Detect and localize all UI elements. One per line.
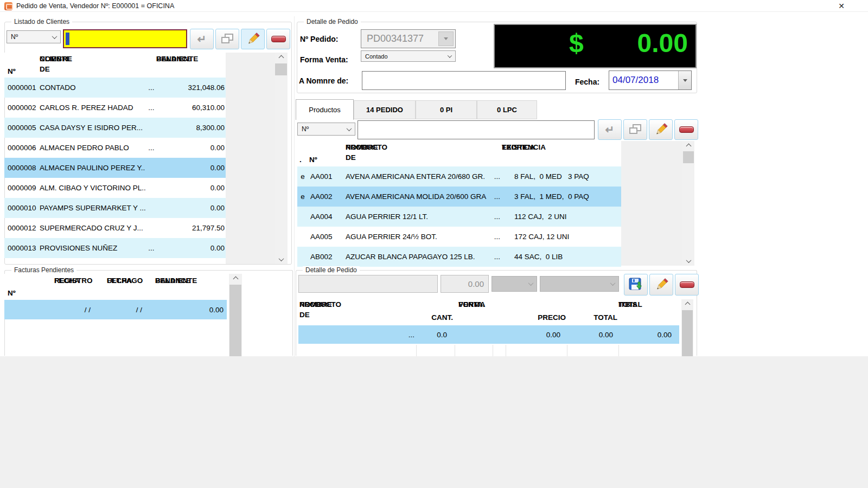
client-balance: 0.00 (157, 144, 226, 152)
productos-search-input[interactable] (358, 120, 595, 139)
product-no: AB002 (308, 253, 344, 261)
clientes-delete-button[interactable] (266, 29, 290, 49)
tab-lpc[interactable]: 0 LPC (477, 100, 537, 119)
client-row[interactable]: 0000008 ALMACEN PAULINO PEREZ Y... 0.00 (4, 158, 226, 178)
detalle-edit-button[interactable] (649, 274, 673, 296)
client-row[interactable]: 0000012 SUPERMERCADO CRUZ Y J... 21,797.… (4, 218, 226, 238)
clientes-print-button[interactable] (215, 29, 239, 49)
detalle-scrollbar[interactable] (681, 299, 693, 356)
product-dots: ... (491, 192, 503, 201)
detalle-save-button[interactable] (624, 274, 648, 296)
productos-enter-button[interactable]: ↵ (598, 119, 622, 140)
clientes-enter-button[interactable]: ↵ (190, 29, 214, 49)
detalle-row[interactable]: ... 0.0 0.00 0.00 0.00 (298, 325, 679, 344)
factura-row[interactable]: / / / / 0.00 (4, 300, 227, 319)
client-name: PAYAMPS SUPERMARKET Y ... (38, 204, 145, 212)
tab-productos[interactable]: Productos (296, 99, 354, 120)
productos-grid-filler (621, 141, 682, 266)
detalle-precio-select[interactable] (540, 276, 619, 292)
client-name: ALMACEN PEDRO PABLO (38, 144, 145, 152)
detalle-forma-select[interactable] (492, 276, 537, 292)
product-row[interactable]: AA004 AGUA PERRIER 12/1 LT. ... 112 CAJ,… (297, 207, 621, 227)
scroll-up-icon (278, 55, 284, 60)
fecha-picker[interactable]: 04/07/2018 (609, 70, 692, 90)
client-row[interactable]: 0000002 CARLOS R. PEREZ HADAD ... 60,310… (4, 98, 226, 118)
close-icon[interactable]: ✕ (837, 1, 846, 11)
detalle-empty-row (298, 345, 679, 356)
detalle-producto-field[interactable] (298, 275, 438, 293)
client-row[interactable]: 0000013 PROVISIONES NUÑEZ ... 0.00 (4, 238, 226, 258)
clientes-grid-filler (226, 53, 275, 264)
client-name: ALMACEN PAULINO PEREZ Y... (38, 164, 145, 172)
text-caret (66, 33, 69, 45)
no-pedido-label: Nº Pedido: (300, 35, 338, 43)
forma-venta-select[interactable]: Contado (361, 50, 456, 62)
scroll-up-icon (233, 276, 238, 281)
detalle-cantidad-field[interactable]: 0.00 (441, 275, 489, 293)
product-row[interactable]: AA005 AGUA PERRIER 24/½ BOT. ... 172 CAJ… (297, 227, 621, 247)
client-name: CASA DAYSY E ISIDRO PER... (38, 124, 145, 132)
clientes-search-input[interactable] (63, 29, 187, 48)
product-row[interactable]: e AA002 AVENA AMERICANA MOLIDA 20/600 GR… (297, 187, 621, 207)
clientes-filter-select[interactable]: Nº (7, 30, 61, 43)
productos-edit-button[interactable] (649, 119, 673, 140)
client-dots: ... (145, 144, 157, 152)
col-cant: CANT. (410, 312, 453, 323)
tab-pedido[interactable]: 14 PEDIDO (354, 100, 416, 119)
client-no: 0000009 (4, 184, 38, 192)
edit-icon (654, 277, 669, 292)
no-pedido-select[interactable]: PD00341377 (361, 29, 456, 48)
save-icon (629, 278, 643, 292)
client-row[interactable]: 0000005 CASA DAYSY E ISIDRO PER... 8,300… (4, 118, 226, 138)
client-name: SUPERMERCADO CRUZ Y J... (38, 224, 145, 232)
product-no: AA005 (308, 233, 344, 241)
client-name: CARLOS R. PEREZ HADAD (38, 104, 145, 112)
client-balance: 0.00 (157, 204, 226, 212)
product-row[interactable]: e AA001 AVENA AMERICANA ENTERA 20/680 GR… (297, 166, 621, 187)
a-nombre-input[interactable] (362, 71, 566, 90)
scrollbar-thumb[interactable] (683, 151, 694, 163)
client-row[interactable]: 0000006 ALMACEN PEDRO PABLO ... 0.00 (4, 138, 226, 158)
title-bar: Pedido de Venta, Vendedor Nº: E000001 = … (0, 0, 868, 12)
client-row[interactable]: 0000010 PAYAMPS SUPERMARKET Y ... 0.00 (4, 198, 226, 218)
clientes-scrollbar[interactable] (275, 53, 288, 264)
panel-divider (294, 16, 295, 356)
screen: Pedido de Venta, Vendedor Nº: E000001 = … (0, 0, 868, 488)
productos-scrollbar[interactable] (682, 141, 694, 266)
product-row[interactable]: AB002 AZUCAR BLANCA PAPAGAYO 125 LB. ...… (297, 247, 621, 267)
detalle-rows: ... 0.0 0.00 0.00 0.00 (298, 325, 679, 344)
productos-filter-select[interactable]: Nº (297, 123, 355, 136)
product-existencia: 44 SAC, 0 LIB (503, 253, 621, 261)
product-flag: e (297, 172, 308, 181)
clientes-edit-button[interactable] (241, 29, 265, 49)
detalle-cant: 0.0 (416, 331, 455, 339)
chevron-down-icon (52, 34, 58, 39)
scrollbar-thumb[interactable] (229, 285, 241, 356)
client-name: CONTADO (38, 84, 145, 92)
a-nombre-label: A Nomnre de: (299, 76, 348, 85)
client-row[interactable]: 0000001 CONTADO ... 321,048.06 (4, 78, 226, 98)
scroll-up-icon (685, 301, 690, 307)
client-row[interactable]: 0000009 ALM. CIBAO Y VICTORINO PL... 0.0… (4, 178, 226, 198)
client-name: PROVISIONES NUÑEZ (38, 244, 145, 252)
clientes-rows: 0000001 CONTADO ... 321,048.06 0000002 C… (4, 78, 226, 258)
productos-delete-button[interactable] (674, 119, 698, 140)
detalle-total: 0.00 (567, 331, 618, 339)
product-no: AA001 (308, 172, 344, 181)
tab-pi[interactable]: 0 PI (416, 100, 477, 119)
productos-print-button[interactable] (623, 119, 647, 140)
col-no: Nº (8, 288, 16, 298)
detalle-delete-button[interactable] (675, 274, 699, 296)
scrollbar-thumb[interactable] (682, 310, 693, 356)
clientes-group-label: Listado de Clientes (11, 18, 72, 25)
client-no: 0000013 (4, 244, 38, 252)
col-total: TOTAL (566, 312, 617, 323)
scrollbar-thumb[interactable] (275, 63, 287, 75)
client-balance: 60,310.00 (157, 104, 226, 112)
facturas-scrollbar[interactable] (229, 274, 242, 356)
window-title: Pedido de Venta, Vendedor Nº: E000001 = … (16, 2, 174, 10)
scroll-up-icon (686, 143, 691, 149)
dropdown-icon[interactable] (438, 31, 454, 46)
product-existencia: 3 FAL, 1 MED, 0 PAQ (503, 192, 621, 201)
dropdown-icon[interactable] (678, 71, 691, 89)
